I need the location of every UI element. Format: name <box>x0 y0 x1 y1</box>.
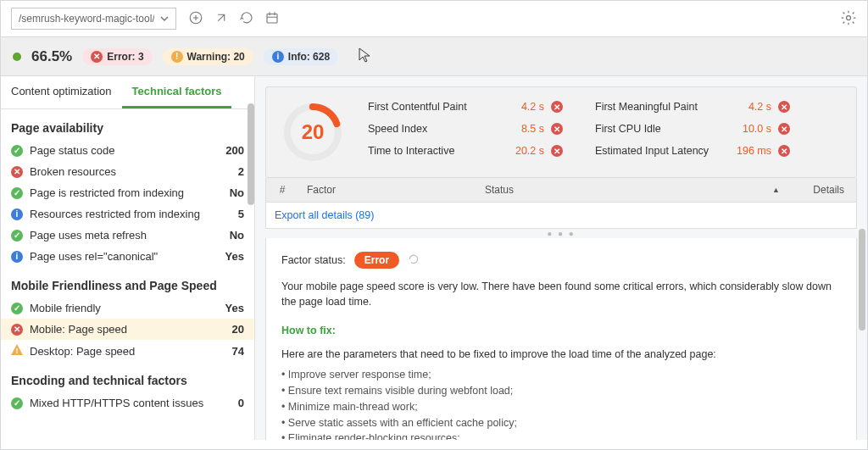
metric-value: 196 ms <box>729 145 771 157</box>
row-desktop-page-speed[interactable]: ! Desktop: Page speed 74 <box>1 340 254 362</box>
sort-caret-icon: ▲ <box>772 186 780 194</box>
check-icon: ✓ <box>11 145 23 157</box>
metric-value: 8.5 s <box>502 123 544 135</box>
col-status[interactable]: Status ▲ <box>476 178 788 202</box>
drag-handle-icon[interactable]: ● ● ● <box>265 229 857 238</box>
metric-value: 10.0 s <box>729 123 771 135</box>
info-icon: i <box>11 208 23 220</box>
info-pill[interactable]: i Info: 628 <box>264 48 338 65</box>
row-mobile-page-speed[interactable]: ✕ Mobile: Page speed 20 <box>1 319 254 340</box>
calendar-icon[interactable] <box>264 10 280 28</box>
row-label: Page uses rel="canonical" <box>30 250 214 263</box>
row-broken-resources[interactable]: ✕ Broken resources 2 <box>1 161 254 182</box>
row-page-restricted[interactable]: ✓ Page is restricted from indexing No <box>1 182 254 203</box>
row-value: No <box>220 186 244 199</box>
export-all-link[interactable]: Export all details (89) <box>265 203 857 229</box>
col-number[interactable]: # <box>266 178 298 202</box>
row-label: Page is restricted from indexing <box>30 186 214 199</box>
error-icon: ✕ <box>11 166 23 178</box>
col-factor[interactable]: Factor <box>298 178 476 202</box>
list-item: Minimize main-thread work; <box>281 399 841 415</box>
check-icon: ✓ <box>11 230 23 242</box>
col-status-label: Status <box>485 184 514 196</box>
metric-name: Speed Index <box>368 123 495 135</box>
section-encoding: Encoding and technical factors <box>1 362 254 392</box>
metric-fmp: First Meaningful Paint 4.2 s ✕ <box>595 101 790 113</box>
factor-description: Your mobile page speed score is very low… <box>281 279 841 309</box>
row-label: Page uses meta refresh <box>30 229 214 242</box>
error-icon: ✕ <box>11 324 23 336</box>
error-icon: ✕ <box>778 101 790 113</box>
row-rel-canonical[interactable]: i Page uses rel="canonical" Yes <box>1 246 254 267</box>
metric-value: 4.2 s <box>502 101 544 113</box>
row-mobile-friendly[interactable]: ✓ Mobile friendly Yes <box>1 297 254 319</box>
row-label: Mixed HTTP/HTTPS content issues <box>30 397 214 409</box>
row-value: Yes <box>220 302 244 314</box>
metrics-panel: 20 First Contentful Paint 4.2 s ✕ Speed … <box>265 86 857 178</box>
fix-intro: Here are the parameters that need to be … <box>281 347 841 362</box>
add-icon[interactable] <box>188 10 203 28</box>
overall-percent: 66.5% <box>31 48 72 65</box>
col-details[interactable]: Details <box>788 178 856 202</box>
list-item: Eliminate render-blocking resources; <box>281 431 841 440</box>
row-label: Broken resources <box>30 165 214 178</box>
metric-value: 20.2 s <box>502 145 544 157</box>
row-value: 5 <box>220 208 244 220</box>
fix-bullets: Improve server response time; Ensure tex… <box>281 367 841 440</box>
sidebar: Content optimization Technical factors P… <box>1 76 255 440</box>
list-item: Improve server response time; <box>281 367 841 383</box>
row-meta-refresh[interactable]: ✓ Page uses meta refresh No <box>1 225 254 246</box>
path-selector[interactable] <box>11 8 176 30</box>
sidebar-tabs: Content optimization Technical factors <box>1 76 254 109</box>
metric-name: Time to Interactive <box>368 145 495 157</box>
metric-tti: Time to Interactive 20.2 s ✕ <box>368 145 563 157</box>
main-panel: 20 First Contentful Paint 4.2 s ✕ Speed … <box>255 76 867 440</box>
metric-name: First CPU Idle <box>595 123 722 135</box>
section-page-availability: Page availability <box>1 109 254 140</box>
row-value: 74 <box>220 345 244 358</box>
info-label: Info: 628 <box>288 51 330 63</box>
tab-technical-factors[interactable]: Technical factors <box>122 76 232 108</box>
row-label: Resources restricted from indexing <box>30 208 214 220</box>
share-icon[interactable] <box>214 10 229 28</box>
main-scrollbar[interactable] <box>859 229 865 331</box>
list-item: Serve static assets with an efficient ca… <box>281 415 841 431</box>
metric-fcp: First Contentful Paint 4.2 s ✕ <box>368 101 563 113</box>
chevron-down-icon[interactable] <box>160 13 169 25</box>
gear-icon[interactable] <box>840 9 857 29</box>
row-label: Page status code <box>30 144 214 157</box>
check-icon: ✓ <box>11 303 23 314</box>
refresh-icon[interactable] <box>408 253 420 268</box>
path-input[interactable] <box>19 13 154 25</box>
metric-name: First Contentful Paint <box>368 101 495 113</box>
info-icon: i <box>272 51 284 63</box>
metric-speed-index: Speed Index 8.5 s ✕ <box>368 123 563 135</box>
error-icon: ✕ <box>778 123 790 135</box>
warnings-pill[interactable]: ! Warning: 20 <box>163 48 253 65</box>
refresh-icon[interactable] <box>239 10 254 28</box>
list-item: Ensure text remains visible during webfo… <box>281 383 841 399</box>
row-mixed-content[interactable]: ✓ Mixed HTTP/HTTPS content issues 0 <box>1 392 254 414</box>
warning-icon: ! <box>171 51 183 63</box>
error-icon: ✕ <box>551 145 563 157</box>
top-toolbar <box>1 1 867 37</box>
warning-icon: ! <box>11 344 23 358</box>
info-icon: i <box>11 251 23 263</box>
sidebar-scrollbar[interactable] <box>248 103 254 205</box>
row-page-status-code[interactable]: ✓ Page status code 200 <box>1 140 254 161</box>
status-dot-icon <box>13 53 21 61</box>
errors-pill[interactable]: ✕ Error: 3 <box>82 48 152 65</box>
metric-value: 4.2 s <box>729 101 771 113</box>
row-label: Mobile friendly <box>30 302 214 314</box>
row-value: 200 <box>220 144 244 157</box>
svg-rect-1 <box>267 14 277 23</box>
how-to-fix-heading: How to fix: <box>281 325 841 336</box>
row-value: 0 <box>220 397 244 409</box>
svg-point-2 <box>847 15 851 19</box>
warnings-label: Warning: 20 <box>187 51 245 63</box>
tab-content-optimization[interactable]: Content optimization <box>1 76 122 108</box>
row-value: Yes <box>220 250 244 263</box>
svg-text:!: ! <box>16 347 19 355</box>
row-resources-restricted[interactable]: i Resources restricted from indexing 5 <box>1 203 254 225</box>
error-icon: ✕ <box>551 123 563 135</box>
